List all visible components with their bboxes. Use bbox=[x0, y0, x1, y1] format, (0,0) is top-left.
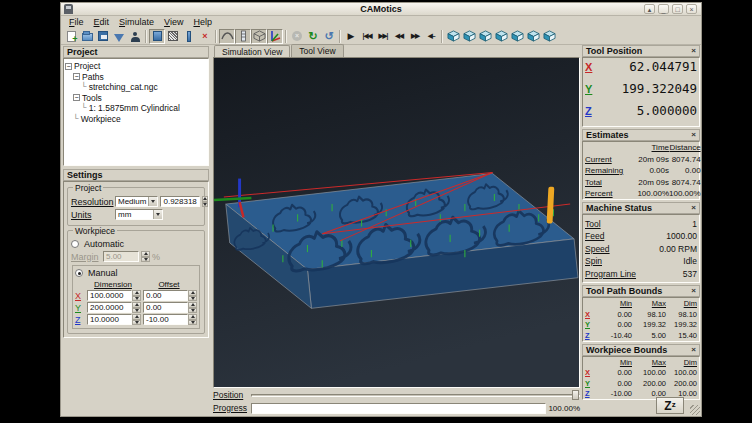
reload-button[interactable]: ↻ bbox=[305, 29, 321, 44]
tool-label[interactable]: Tool bbox=[585, 219, 601, 229]
estimates-header[interactable]: Estimates × bbox=[582, 129, 700, 141]
settings-panel-header[interactable]: Settings bbox=[63, 169, 209, 181]
x-offset-input[interactable]: 0.00 bbox=[143, 290, 188, 301]
view-isometric-button[interactable] bbox=[445, 29, 461, 44]
spinner-down-icon[interactable] bbox=[202, 202, 208, 208]
workpiece-bounds-header[interactable]: Workpiece Bounds × bbox=[582, 344, 700, 356]
speed-label[interactable]: Speed bbox=[585, 244, 610, 254]
spinner[interactable] bbox=[132, 302, 141, 313]
close-icon[interactable]: × bbox=[691, 204, 696, 212]
close-icon[interactable]: × bbox=[691, 346, 696, 354]
view-back-button[interactable] bbox=[477, 29, 493, 44]
view-top-button[interactable] bbox=[525, 29, 541, 44]
tree-item-gcode-file[interactable]: └ stretching_cat.ngc bbox=[65, 82, 207, 93]
menu-file[interactable]: File bbox=[64, 17, 89, 27]
skip-to-start-button[interactable]: |◀◀ bbox=[359, 29, 375, 44]
save-project-button[interactable] bbox=[95, 29, 111, 44]
resolution-spinner[interactable] bbox=[202, 196, 208, 207]
show-axes-button[interactable] bbox=[267, 29, 283, 44]
tab-tool-view[interactable]: Tool View bbox=[291, 44, 343, 57]
tool-position-header[interactable]: Tool Position × bbox=[582, 45, 700, 57]
dropdown-arrow-icon[interactable] bbox=[153, 210, 162, 219]
menu-edit[interactable]: Edit bbox=[89, 17, 115, 27]
menu-view[interactable]: View bbox=[159, 17, 188, 27]
resize-grip[interactable] bbox=[690, 405, 700, 415]
export-button[interactable] bbox=[111, 29, 127, 44]
screenshot-button[interactable] bbox=[127, 29, 143, 44]
view-left-button[interactable] bbox=[493, 29, 509, 44]
close-icon[interactable]: × bbox=[691, 47, 696, 55]
program-line-label[interactable]: Program Line bbox=[585, 269, 636, 279]
slider-groove[interactable] bbox=[251, 394, 580, 397]
open-project-button[interactable] bbox=[79, 29, 95, 44]
step-forward-button[interactable]: ▶▶ bbox=[407, 29, 423, 44]
tree-item-paths[interactable]: − Paths bbox=[65, 72, 207, 83]
radio-automatic[interactable] bbox=[71, 240, 79, 248]
show-wire-surface-button[interactable] bbox=[165, 29, 181, 44]
restart-button[interactable]: ◀‒ bbox=[423, 29, 439, 44]
tool-path-bounds-header[interactable]: Tool Path Bounds × bbox=[582, 285, 700, 297]
spinner[interactable] bbox=[132, 314, 141, 325]
menu-help[interactable]: Help bbox=[188, 17, 217, 27]
stop-button[interactable]: × bbox=[289, 29, 305, 44]
simulation-viewport[interactable] bbox=[213, 57, 580, 388]
collapse-icon[interactable]: − bbox=[73, 73, 80, 80]
radio-manual[interactable] bbox=[75, 269, 83, 277]
current-label[interactable]: Current bbox=[585, 155, 632, 164]
title-bar[interactable]: CAMotics ▴ _ □ × bbox=[61, 3, 701, 16]
project-tree[interactable]: − Project − Paths └ stretching_cat.ngc −… bbox=[63, 58, 209, 166]
play-button[interactable]: ▶ bbox=[343, 29, 359, 44]
collapse-icon[interactable]: − bbox=[73, 94, 80, 101]
z-dimension-input[interactable]: 10.0000 bbox=[87, 314, 132, 325]
spinner[interactable] bbox=[188, 314, 197, 325]
total-label[interactable]: Total bbox=[585, 178, 632, 187]
y-dimension-input[interactable]: 200.0000 bbox=[87, 302, 132, 313]
tree-item-project[interactable]: − Project bbox=[65, 61, 207, 72]
show-tool-button[interactable] bbox=[235, 29, 251, 44]
view-bottom-button[interactable] bbox=[541, 29, 557, 44]
tree-item-workpiece[interactable]: └ Workpiece bbox=[65, 114, 207, 125]
show-tool-path-button[interactable] bbox=[219, 29, 235, 44]
new-project-button[interactable]: + bbox=[63, 29, 79, 44]
progress-label[interactable]: Progress bbox=[213, 403, 251, 413]
skip-to-end-button[interactable]: ▶▶| bbox=[375, 29, 391, 44]
position-label[interactable]: Position bbox=[213, 390, 251, 400]
automatic-option[interactable]: Automatic bbox=[71, 239, 201, 249]
spinner[interactable] bbox=[188, 302, 197, 313]
manual-option[interactable]: Manual bbox=[75, 268, 197, 278]
position-slider[interactable] bbox=[251, 390, 580, 400]
tree-item-tool-1[interactable]: └ 1: 1.5875mm Cylindrical bbox=[65, 103, 207, 114]
collapse-icon[interactable]: − bbox=[65, 63, 72, 70]
spinner[interactable] bbox=[132, 290, 141, 301]
optimize-button[interactable]: ↺ bbox=[321, 29, 337, 44]
maximize-button[interactable]: □ bbox=[672, 4, 683, 14]
minimize-button[interactable]: _ bbox=[658, 4, 669, 14]
machine-status-header[interactable]: Machine Status × bbox=[582, 202, 700, 214]
close-button[interactable]: × bbox=[686, 4, 697, 14]
shade-button[interactable]: ▴ bbox=[644, 4, 655, 14]
show-workpiece-bounds-button[interactable] bbox=[181, 29, 197, 44]
y-offset-input[interactable]: 0.00 bbox=[143, 302, 188, 313]
remove-surface-button[interactable]: × bbox=[197, 29, 213, 44]
units-select[interactable]: mm bbox=[115, 209, 163, 220]
view-front-button[interactable] bbox=[461, 29, 477, 44]
view-right-button[interactable] bbox=[509, 29, 525, 44]
project-panel-header[interactable]: Project bbox=[63, 46, 209, 58]
percent-label[interactable]: Percent bbox=[585, 189, 632, 198]
remaining-label[interactable]: Remaining bbox=[585, 166, 632, 175]
units-label[interactable]: Units bbox=[71, 210, 113, 220]
feed-label[interactable]: Feed bbox=[585, 231, 604, 241]
resolution-label[interactable]: Resolution bbox=[71, 197, 113, 207]
menu-simulate[interactable]: Simulate bbox=[114, 17, 159, 27]
spin-label[interactable]: Spin bbox=[585, 256, 602, 266]
show-bounds-button[interactable] bbox=[251, 29, 267, 44]
dropdown-arrow-icon[interactable] bbox=[148, 197, 157, 206]
step-back-button[interactable]: ◀◀ bbox=[391, 29, 407, 44]
z-offset-input[interactable]: -10.00 bbox=[143, 314, 188, 325]
close-icon[interactable]: × bbox=[691, 131, 696, 139]
resolution-select[interactable]: Medium bbox=[115, 196, 158, 207]
resolution-number-input[interactable]: 0.928318 bbox=[160, 196, 199, 207]
spinner[interactable] bbox=[188, 290, 197, 301]
slider-handle[interactable] bbox=[572, 390, 579, 400]
show-workpiece-surface-button[interactable] bbox=[149, 29, 165, 44]
